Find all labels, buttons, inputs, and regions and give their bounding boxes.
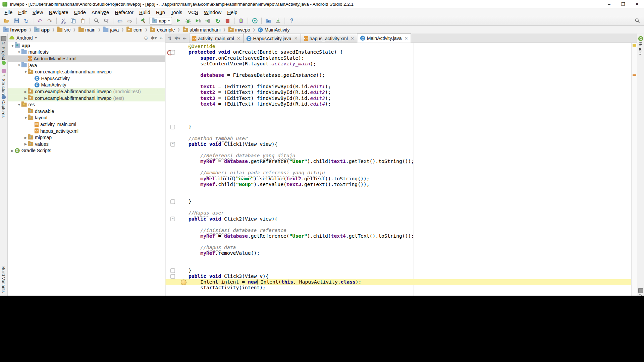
run-button[interactable]: [173, 17, 183, 25]
tool-stripe-7-structure[interactable]: 7: Structure: [0, 69, 7, 96]
breadcrumb-item-src[interactable]: src: [56, 27, 71, 32]
tab-close-icon[interactable]: ✕: [237, 36, 240, 41]
forward-button[interactable]: ⇨: [125, 17, 135, 25]
maximize-button[interactable]: ❐: [616, 0, 630, 8]
menu-edit[interactable]: Edit: [15, 8, 30, 16]
open-button[interactable]: [2, 17, 11, 25]
settings-gear-icon[interactable]: ✱▾: [151, 35, 157, 41]
tree-expanded-arrow-icon[interactable]: ▼: [17, 103, 21, 107]
tree-item-app[interactable]: ▼app: [8, 42, 165, 49]
attach-button[interactable]: [203, 17, 213, 25]
tree-item-mipmap[interactable]: ▶mipmap: [8, 134, 165, 141]
tree-item-java[interactable]: ▼java: [8, 62, 165, 69]
tree-item-hapusactivity[interactable]: CHapusActivity: [8, 75, 165, 82]
menu-vcs[interactable]: VCS: [185, 8, 201, 16]
coverage-button[interactable]: [193, 17, 203, 25]
menu-code[interactable]: Code: [71, 8, 89, 16]
search-everywhere-button[interactable]: [633, 17, 642, 25]
menu-build[interactable]: Build: [137, 8, 153, 16]
tool-stripe-captures[interactable]: Captures: [0, 95, 7, 118]
tool-stripe-build-variants[interactable]: Build Variants: [0, 265, 7, 293]
editor-tab-hapusactivity-java[interactable]: CHapusActivity.java✕: [243, 34, 301, 43]
tree-collapsed-arrow-icon[interactable]: ▶: [23, 90, 28, 94]
tree-collapsed-arrow-icon[interactable]: ▶: [23, 96, 28, 100]
fold-end-marker-icon[interactable]: [170, 125, 175, 129]
replace-button[interactable]: [101, 17, 111, 25]
tree-expanded-arrow-icon[interactable]: ▼: [23, 116, 28, 120]
tab-close-icon[interactable]: ✕: [351, 36, 354, 41]
menu-navigate[interactable]: Navigate: [46, 8, 71, 16]
paste-button[interactable]: [78, 17, 88, 25]
rerun-button[interactable]: ↻: [213, 17, 223, 25]
menu-help[interactable]: Help: [224, 8, 240, 16]
tree-expanded-arrow-icon[interactable]: ▼: [17, 50, 21, 54]
avd-button[interactable]: [236, 17, 246, 25]
undo-button[interactable]: ↶: [35, 17, 45, 25]
breadcrumb-item-app[interactable]: app: [34, 27, 51, 32]
gradle-sync-button[interactable]: [250, 17, 260, 25]
pin-icon[interactable]: ⇤: [183, 36, 186, 41]
breadcrumb-item-mainactivity[interactable]: CMainActivity: [257, 27, 290, 32]
fold-marker-icon[interactable]: −: [170, 142, 175, 146]
close-button[interactable]: ✕: [630, 0, 644, 8]
tree-item-manifests[interactable]: ▼manifests: [8, 49, 165, 56]
sync-button[interactable]: ↻: [21, 17, 31, 25]
menu-tools[interactable]: Tools: [168, 8, 185, 16]
editor-tab-mainactivity-java[interactable]: CMainActivity.java✕: [357, 33, 411, 43]
intention-bulb-icon[interactable]: [181, 280, 186, 285]
tool-stripe-gradle[interactable]: GGradle: [637, 36, 644, 55]
help-button[interactable]: ?: [287, 17, 297, 25]
code-editor[interactable]: @Override protected void onCreate(Bundle…: [165, 43, 631, 296]
menu-file[interactable]: File: [2, 8, 15, 16]
fold-marker-icon[interactable]: −: [170, 274, 175, 279]
breadcrumb-item-com[interactable]: com: [126, 27, 143, 32]
error-stripe-mark[interactable]: [633, 44, 636, 47]
minimize-button[interactable]: –: [602, 0, 616, 8]
tree-item-drawable[interactable]: drawable: [8, 108, 165, 115]
menu-refactor[interactable]: Refactor: [112, 8, 137, 16]
tree-item-androidmanifest-xml[interactable]: <>AndroidManifest.xml: [8, 55, 165, 62]
breadcrumb-item-example[interactable]: example: [149, 27, 176, 32]
fold-marker-icon[interactable]: −: [170, 217, 175, 221]
menu-analyze[interactable]: Analyze: [89, 8, 112, 16]
device-download-button[interactable]: [273, 17, 283, 25]
back-button[interactable]: ⇦: [115, 17, 125, 25]
tree-item-gradle-scripts[interactable]: ▶GGradle Scripts: [8, 147, 165, 154]
tree-item-com-example-abifirmandhani-inwepo[interactable]: ▼com.example.abifirmandhani.inwepo: [8, 68, 165, 75]
tree-collapsed-arrow-icon[interactable]: ▶: [23, 142, 28, 146]
find-button[interactable]: [92, 17, 101, 25]
settings-gear-icon[interactable]: ✱▾: [174, 36, 180, 41]
tab-close-icon[interactable]: ✕: [294, 36, 298, 41]
tab-close-icon[interactable]: ✕: [405, 36, 408, 40]
tool-stripe-android-model[interactable]: Android Model: [637, 288, 644, 296]
cut-button[interactable]: [58, 17, 68, 25]
breadcrumb-item-inwepo[interactable]: inwepo: [227, 27, 251, 32]
breadcrumb-item-main[interactable]: main: [77, 27, 96, 32]
breadcrumb-item-java[interactable]: java: [102, 27, 120, 32]
tree-collapsed-arrow-icon[interactable]: ▶: [10, 149, 15, 153]
redo-button[interactable]: ↷: [45, 17, 54, 25]
stop-button[interactable]: [223, 17, 232, 25]
copy-button[interactable]: [68, 17, 78, 25]
tree-item-res[interactable]: ▼res: [8, 101, 165, 108]
breadcrumb-item-inwepo[interactable]: Inwepo: [2, 27, 27, 32]
menu-window[interactable]: Window: [201, 8, 224, 16]
editor-tab-hapus-activity-xml[interactable]: <>hapus_activity.xml✕: [301, 34, 358, 43]
tree-expanded-arrow-icon[interactable]: ▼: [10, 44, 15, 47]
error-stripe-scrollbar[interactable]: [631, 43, 637, 296]
breadcrumb-item-abifirmandhani[interactable]: abifirmandhani: [182, 27, 221, 32]
tree-expanded-arrow-icon[interactable]: ▼: [23, 70, 28, 74]
tree-item-com-example-abifirmandhani-inwepo[interactable]: ▶com.example.abifirmandhani.inwepo(andro…: [8, 88, 165, 95]
menu-run[interactable]: Run: [153, 8, 168, 16]
editor-tab-activity-main-xml[interactable]: <>activity_main.xml✕: [189, 34, 244, 43]
fold-end-marker-icon[interactable]: [170, 268, 175, 273]
tree-expanded-arrow-icon[interactable]: ▼: [17, 63, 21, 67]
tree-item-layout[interactable]: ▼layout: [8, 115, 165, 121]
sort-icon[interactable]: ⇅: [168, 36, 172, 41]
error-stripe-mark[interactable]: [633, 74, 636, 76]
run-configuration-selector[interactable]: app▾: [150, 17, 172, 24]
tree-item-hapus-activity-xml[interactable]: <>hapus_activity.xml: [8, 128, 165, 134]
fold-end-marker-icon[interactable]: [170, 199, 175, 204]
tree-item-activity-main-xml[interactable]: <>activity_main.xml: [8, 121, 165, 128]
debug-button[interactable]: [183, 17, 193, 25]
